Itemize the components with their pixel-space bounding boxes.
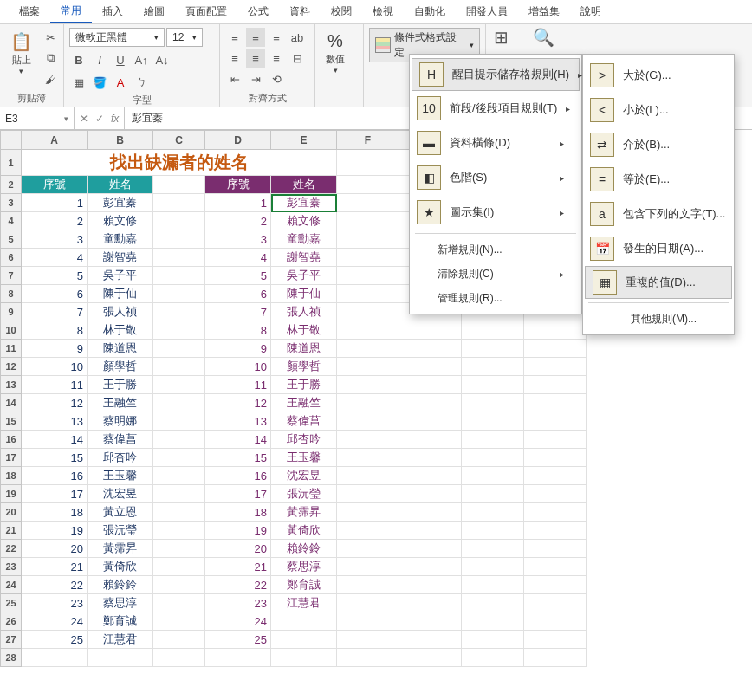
- cut-icon[interactable]: ✂: [41, 28, 60, 47]
- cell[interactable]: 王玉馨: [88, 467, 153, 485]
- increase-indent-icon[interactable]: ⇥: [246, 69, 265, 88]
- cell[interactable]: 7: [22, 303, 88, 321]
- increase-font-icon[interactable]: A↑: [132, 50, 151, 69]
- fill-color-button[interactable]: 🪣: [90, 73, 109, 92]
- row-header[interactable]: 23: [1, 558, 22, 576]
- cell[interactable]: 邱杏吟: [88, 449, 153, 467]
- cell[interactable]: [271, 631, 337, 649]
- cell[interactable]: 王融竺: [271, 394, 337, 412]
- cell[interactable]: 12: [205, 394, 271, 412]
- cell[interactable]: 2: [205, 212, 271, 230]
- cell[interactable]: 彭宜蓁: [271, 194, 337, 212]
- font-color-button[interactable]: A: [111, 73, 130, 92]
- cell[interactable]: 彭宜蓁: [88, 194, 153, 212]
- cell[interactable]: 18: [22, 503, 88, 522]
- font-name-select[interactable]: 微軟正黑體▾: [69, 28, 165, 47]
- enter-icon[interactable]: ✓: [95, 113, 104, 125]
- cell[interactable]: 顏學哲: [88, 358, 153, 376]
- merge-icon[interactable]: ⊟: [288, 49, 307, 68]
- cell[interactable]: 7: [205, 303, 271, 321]
- italic-button[interactable]: I: [90, 50, 109, 69]
- cell[interactable]: 23: [205, 594, 271, 612]
- name-box[interactable]: E3▾: [0, 107, 75, 129]
- cell[interactable]: 5: [205, 267, 271, 285]
- cell[interactable]: 張沅瑩: [88, 522, 153, 540]
- copy-icon[interactable]: ⧉: [41, 49, 60, 68]
- align-right-icon[interactable]: ≡: [267, 49, 286, 68]
- align-middle-icon[interactable]: ≡: [246, 28, 265, 47]
- header-cell[interactable]: 序號: [22, 176, 88, 194]
- cell[interactable]: 賴鈴鈴: [271, 540, 337, 558]
- cell[interactable]: 鄭育誠: [88, 612, 153, 631]
- cell[interactable]: 24: [205, 612, 271, 631]
- tab-說明[interactable]: 說明: [570, 1, 612, 23]
- col-header-F[interactable]: F: [337, 131, 399, 150]
- cell[interactable]: 賴文修: [271, 212, 337, 230]
- cell[interactable]: 蔡思淳: [88, 594, 153, 612]
- cell[interactable]: 2: [22, 212, 88, 230]
- row-header[interactable]: 5: [1, 230, 22, 249]
- cell[interactable]: 15: [22, 449, 88, 467]
- cell[interactable]: 16: [205, 467, 271, 485]
- cell[interactable]: 9: [22, 340, 88, 358]
- cell[interactable]: 18: [205, 503, 271, 522]
- underline-button[interactable]: U: [111, 50, 130, 69]
- menu-item[interactable]: ★圖示集(I)▸: [410, 195, 581, 230]
- menu-item[interactable]: H醒目提示儲存格規則(H)▸: [412, 58, 580, 91]
- cell[interactable]: 蔡思淳: [271, 558, 337, 576]
- header-cell[interactable]: 序號: [205, 176, 271, 194]
- cell[interactable]: 20: [22, 540, 88, 558]
- cell[interactable]: 顏學哲: [271, 358, 337, 376]
- row-header[interactable]: 28: [1, 649, 22, 667]
- cell[interactable]: 林于敬: [271, 321, 337, 340]
- cell[interactable]: 張人禎: [271, 303, 337, 321]
- cell[interactable]: 17: [22, 485, 88, 503]
- cell[interactable]: 21: [22, 558, 88, 576]
- cell[interactable]: 19: [205, 522, 271, 540]
- cell[interactable]: 8: [205, 321, 271, 340]
- cell[interactable]: 5: [22, 267, 88, 285]
- align-bottom-icon[interactable]: ≡: [267, 28, 286, 47]
- cell[interactable]: 10: [205, 358, 271, 376]
- cell[interactable]: 黃倚欣: [271, 522, 337, 540]
- row-header[interactable]: 9: [1, 303, 22, 321]
- cell[interactable]: 6: [205, 285, 271, 303]
- row-header[interactable]: 19: [1, 485, 22, 503]
- col-header-C[interactable]: C: [153, 131, 205, 150]
- phonetic-button[interactable]: ㄅ: [132, 73, 151, 92]
- cell[interactable]: 蔡偉菖: [88, 431, 153, 449]
- cell[interactable]: 14: [22, 431, 88, 449]
- cell[interactable]: 24: [22, 612, 88, 631]
- row-header[interactable]: 1: [1, 150, 22, 176]
- menu-item[interactable]: a包含下列的文字(T)...: [583, 197, 734, 231]
- row-header[interactable]: 11: [1, 340, 22, 358]
- cell[interactable]: 25: [205, 631, 271, 649]
- cell[interactable]: 4: [22, 249, 88, 267]
- cell[interactable]: 陳道恩: [88, 340, 153, 358]
- cell[interactable]: 王融竺: [88, 394, 153, 412]
- row-header[interactable]: 26: [1, 612, 22, 631]
- cell[interactable]: 4: [205, 249, 271, 267]
- tab-檢視[interactable]: 檢視: [362, 1, 404, 23]
- orientation-icon[interactable]: ⟲: [267, 69, 286, 88]
- menu-item[interactable]: 新增規則(N)...: [410, 237, 581, 262]
- cell[interactable]: 王于勝: [271, 376, 337, 394]
- cell[interactable]: 14: [205, 431, 271, 449]
- cell[interactable]: 賴文修: [88, 212, 153, 230]
- cell[interactable]: 12: [22, 394, 88, 412]
- row-header[interactable]: 8: [1, 285, 22, 303]
- row-header[interactable]: 17: [1, 449, 22, 467]
- row-header[interactable]: 4: [1, 212, 22, 230]
- row-header[interactable]: 7: [1, 267, 22, 285]
- find-icon[interactable]: 🔍: [534, 28, 553, 47]
- fx-icon[interactable]: fx: [111, 113, 119, 125]
- cell[interactable]: 黃立恩: [88, 503, 153, 522]
- cell[interactable]: 黃霈昇: [271, 503, 337, 522]
- cell[interactable]: 16: [22, 467, 88, 485]
- decrease-indent-icon[interactable]: ⇤: [225, 69, 244, 88]
- cell[interactable]: 22: [205, 576, 271, 594]
- tab-公式[interactable]: 公式: [237, 1, 279, 23]
- col-header-A[interactable]: A: [22, 131, 88, 150]
- row-header[interactable]: 20: [1, 503, 22, 522]
- col-header-D[interactable]: D: [205, 131, 271, 150]
